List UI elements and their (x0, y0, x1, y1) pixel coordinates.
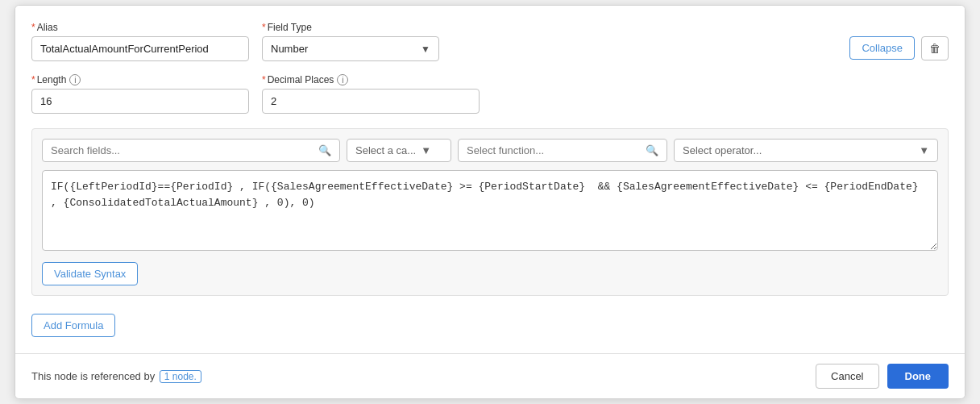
alias-label: *Alias (31, 22, 249, 33)
decimal-info-icon[interactable]: i (337, 74, 348, 85)
select-function-box[interactable]: 🔍 (458, 139, 667, 162)
modal-footer: This node is referenced by 1 node. Cance… (15, 353, 965, 398)
select-ca-label: Select a ca... (355, 144, 416, 156)
cancel-button[interactable]: Cancel (816, 364, 878, 389)
select-category-dropdown[interactable]: Select a ca... ▼ (347, 139, 451, 162)
row-alias-fieldtype: *Alias *Field Type Number ▼ Collapse 🗑 (31, 22, 949, 61)
ref-text-before: This node is referenced by (31, 370, 155, 382)
fieldtype-required-marker: * (262, 22, 266, 33)
formula-textarea[interactable] (42, 170, 938, 251)
decimal-label: *Decimal Places (262, 74, 334, 85)
done-button[interactable]: Done (887, 364, 949, 389)
search-fields-box[interactable]: 🔍 (42, 139, 340, 162)
decimal-label-row: *Decimal Places i (262, 74, 480, 85)
add-formula-button[interactable]: Add Formula (31, 314, 115, 337)
footer-actions: Cancel Done (816, 364, 949, 389)
fieldtype-label: *Field Type (262, 22, 439, 33)
modal-body: *Alias *Field Type Number ▼ Collapse 🗑 (15, 6, 965, 353)
length-info-icon[interactable]: i (69, 74, 81, 85)
add-formula-row: Add Formula (31, 307, 949, 340)
length-group: *Length i (31, 74, 249, 114)
field-type-value: Number (271, 43, 308, 55)
length-label: *Length (31, 74, 66, 85)
fieldtype-group: *Field Type Number ▼ (262, 22, 439, 61)
field-type-select[interactable]: Number ▼ (262, 36, 439, 61)
decimal-input[interactable] (262, 89, 480, 114)
search-fields-input[interactable] (51, 144, 314, 156)
validate-syntax-button[interactable]: Validate Syntax (42, 262, 138, 285)
footer-reference-text: This node is referenced by 1 node. (31, 370, 203, 383)
collapse-button[interactable]: Collapse (849, 36, 915, 60)
length-required-marker: * (31, 74, 35, 85)
length-input[interactable] (31, 89, 249, 114)
formula-section: 🔍 Select a ca... ▼ 🔍 Select operator... … (31, 128, 949, 296)
select-operator-dropdown[interactable]: Select operator... ▼ (674, 139, 938, 162)
alias-input[interactable] (31, 36, 249, 61)
row-length-decimal: *Length i *Decimal Places i (31, 74, 949, 114)
trash-icon: 🗑 (929, 42, 941, 55)
select-operator-chevron-icon: ▼ (919, 144, 929, 156)
length-label-row: *Length i (31, 74, 249, 85)
delete-button[interactable]: 🗑 (921, 36, 949, 60)
select-function-input[interactable] (467, 144, 641, 156)
alias-required-marker: * (31, 22, 35, 33)
node-link[interactable]: 1 node. (160, 370, 201, 383)
select-ca-chevron-icon: ▼ (421, 144, 431, 156)
search-icon: 🔍 (318, 144, 331, 156)
select-operator-label: Select operator... (683, 144, 762, 156)
modal-container: *Alias *Field Type Number ▼ Collapse 🗑 (15, 5, 965, 399)
alias-group: *Alias (31, 22, 249, 61)
row1-actions: Collapse 🗑 (849, 22, 949, 60)
decimal-group: *Decimal Places i (262, 74, 480, 114)
filter-row: 🔍 Select a ca... ▼ 🔍 Select operator... … (42, 139, 938, 162)
function-search-icon: 🔍 (646, 144, 658, 156)
chevron-down-icon: ▼ (421, 44, 430, 55)
decimal-required-marker: * (262, 74, 266, 85)
